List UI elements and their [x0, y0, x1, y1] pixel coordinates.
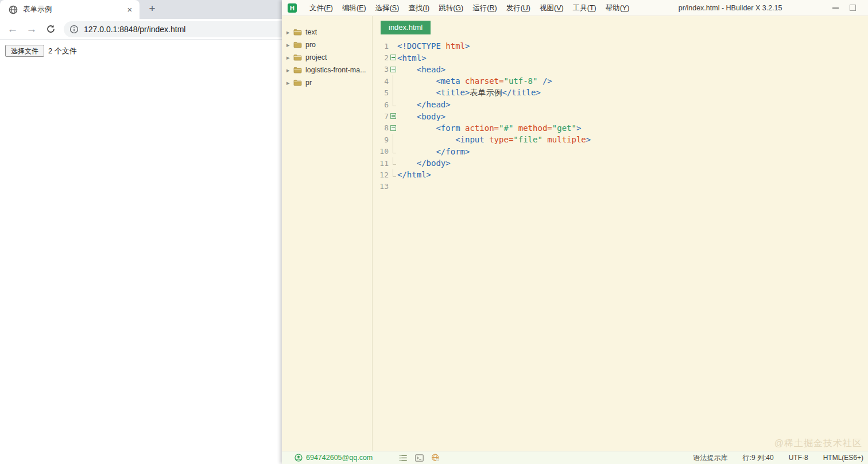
browser-tab[interactable]: 表单示例 ×: [0, 0, 140, 19]
chevron-right-icon[interactable]: ▸: [286, 67, 293, 74]
choose-file-button[interactable]: 选择文件: [5, 45, 44, 57]
folder-label: logistics-front-ma...: [305, 66, 366, 74]
watermark-label: @稀土掘金技术社区: [774, 438, 862, 450]
code-text: <form action="#" method="get">: [397, 123, 581, 133]
status-item[interactable]: 语法提示库: [693, 453, 728, 463]
fold-guide: [389, 99, 397, 110]
line-number: 5: [373, 88, 389, 97]
menu-item[interactable]: 运行(R): [468, 0, 501, 16]
code-line-1[interactable]: 1<!DOCTYPE html>: [373, 40, 868, 52]
page-info-icon[interactable]: [69, 25, 79, 34]
tree-folder-pro[interactable]: ▸pro: [282, 38, 372, 51]
line-number: 3: [373, 65, 389, 74]
code-line-5[interactable]: 5 <title>表单示例</title>: [373, 87, 868, 99]
file-input-row: 选择文件 2 个文件: [5, 45, 282, 57]
maximize-button[interactable]: [844, 2, 861, 14]
url-text[interactable]: 127.0.0.1:8848/pr/index.html: [84, 25, 185, 34]
folder-icon: [293, 29, 302, 36]
status-right-group: 语法提示库行:9 列:40UTF-8HTML(ES6+): [679, 453, 863, 463]
code-text: <!DOCTYPE html>: [397, 41, 470, 51]
fold-guide: [389, 40, 397, 52]
menu-item[interactable]: 文件(F): [305, 0, 338, 16]
url-bar[interactable]: 127.0.0.1:8848/pr/index.html: [64, 21, 282, 37]
code-line-3[interactable]: 3 <head>: [373, 64, 868, 75]
line-number: 6: [373, 100, 389, 109]
line-number: 7: [373, 112, 389, 121]
chevron-right-icon[interactable]: ▸: [286, 29, 293, 36]
code-line-7[interactable]: 7 <body>: [373, 110, 868, 122]
folder-label: pro: [305, 41, 316, 49]
line-number: 9: [373, 136, 389, 144]
status-item[interactable]: 行:9 列:40: [743, 453, 774, 463]
chevron-right-icon[interactable]: ▸: [286, 54, 293, 61]
editor-tab-indexhtml[interactable]: index.html: [381, 21, 431, 34]
code-line-9[interactable]: 9 <input type="file" multiple>: [373, 134, 868, 145]
code-text: </body>: [397, 158, 451, 168]
folder-icon: [293, 79, 302, 86]
account-icon: [294, 454, 303, 462]
editor-tab-strip: index.html: [373, 16, 868, 36]
code-line-8[interactable]: 8 <form action="#" method="get">: [373, 122, 868, 134]
folder-icon: [293, 54, 302, 61]
account-email[interactable]: 694742605@qq.com: [306, 454, 373, 462]
tab-close-icon[interactable]: ×: [125, 5, 135, 15]
menu-item[interactable]: 选择(S): [371, 0, 404, 16]
status-item[interactable]: HTML(ES6+): [823, 454, 863, 462]
window-controls: [827, 2, 861, 14]
tree-folder-text[interactable]: ▸text: [282, 26, 372, 38]
folder-icon: [293, 41, 302, 48]
menu-item[interactable]: 编辑(E): [338, 0, 371, 16]
code-line-2[interactable]: 2<html>: [373, 52, 868, 63]
code-text: <title>表单示例</title>: [397, 88, 541, 98]
line-number: 12: [373, 171, 389, 179]
code-line-13[interactable]: 13: [373, 181, 868, 192]
back-icon[interactable]: ←: [5, 21, 21, 37]
menu-item[interactable]: 帮助(Y): [601, 0, 634, 16]
menu-item[interactable]: 视图(V): [535, 0, 568, 16]
folder-label: text: [305, 28, 317, 36]
code-text: </head>: [397, 100, 451, 109]
menu-bar: 文件(F)编辑(E)选择(S)查找(I)跳转(G)运行(R)发行(U)视图(V)…: [305, 0, 634, 16]
account-status[interactable]: 694742605@qq.com: [294, 454, 373, 462]
menu-item[interactable]: 发行(U): [502, 0, 535, 16]
forward-icon[interactable]: →: [24, 21, 40, 37]
code-editor[interactable]: 1<!DOCTYPE html>2<html>3 <head>4 <meta c…: [373, 36, 868, 451]
hbuilderx-logo-icon: H: [288, 3, 297, 13]
console-icon[interactable]: [415, 454, 424, 462]
outline-icon[interactable]: [399, 454, 408, 462]
code-line-10[interactable]: 10 </form>: [373, 146, 868, 157]
code-text: <html>: [397, 53, 427, 63]
code-text: </form>: [397, 147, 470, 156]
menu-item[interactable]: 跳转(G): [434, 0, 468, 16]
minimize-button[interactable]: [827, 2, 844, 14]
status-item[interactable]: UTF-8: [789, 454, 808, 462]
fold-guide: [389, 134, 397, 145]
fold-collapse-icon[interactable]: [389, 64, 397, 75]
browser-window: 表单示例 × + ← → 127.0.0.1:8848/pr/index.htm…: [0, 0, 282, 464]
tree-folder-project[interactable]: ▸project: [282, 51, 372, 64]
code-line-6[interactable]: 6 </head>: [373, 99, 868, 110]
line-number: 11: [373, 159, 389, 168]
browser-toolbar: ← → 127.0.0.1:8848/pr/index.html: [0, 19, 282, 40]
chevron-right-icon[interactable]: ▸: [286, 41, 293, 49]
fold-collapse-icon[interactable]: [389, 122, 397, 134]
menu-item[interactable]: 工具(T): [568, 0, 601, 16]
hbuilderx-titlebar: H 文件(F)编辑(E)选择(S)查找(I)跳转(G)运行(R)发行(U)视图(…: [282, 0, 868, 16]
fold-collapse-icon[interactable]: [389, 110, 397, 122]
tree-folder-pr[interactable]: ▸pr: [282, 76, 372, 89]
new-tab-button[interactable]: +: [144, 1, 160, 17]
fold-guide: [389, 169, 397, 180]
web-globe-icon[interactable]: [431, 454, 440, 462]
line-number: 1: [373, 42, 389, 51]
code-line-4[interactable]: 4 <meta charset="utf-8" />: [373, 75, 868, 87]
code-line-11[interactable]: 11 </body>: [373, 157, 868, 169]
reload-icon[interactable]: [42, 21, 59, 37]
tree-folder-logistics-front-ma-[interactable]: ▸logistics-front-ma...: [282, 64, 372, 76]
folder-label: pr: [305, 79, 312, 87]
fold-collapse-icon[interactable]: [389, 52, 397, 63]
chevron-right-icon[interactable]: ▸: [286, 79, 293, 87]
menu-item[interactable]: 查找(I): [404, 0, 434, 16]
line-number: 10: [373, 147, 389, 156]
hbuilderx-window: H 文件(F)编辑(E)选择(S)查找(I)跳转(G)运行(R)发行(U)视图(…: [282, 0, 868, 464]
code-line-12[interactable]: 12</html>: [373, 169, 868, 180]
